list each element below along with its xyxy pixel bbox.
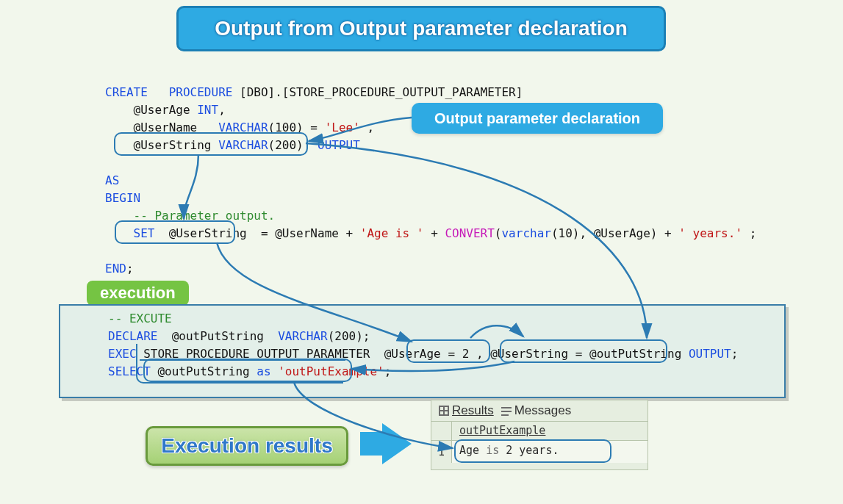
kw-varchar10: varchar <box>501 226 550 240</box>
title-text: Output from Output parameter declaration <box>215 17 628 40</box>
grid-icon <box>439 406 449 416</box>
results-tabs: Results Messages <box>431 400 648 422</box>
kw-as: AS <box>105 173 119 187</box>
exec-b: ; <box>731 347 739 361</box>
decl-b: (200); <box>328 329 370 343</box>
messages-icon <box>501 406 512 416</box>
grid-corner <box>431 422 452 441</box>
set-b: + <box>424 226 445 240</box>
str-years: ' years.' <box>678 226 742 240</box>
set-d: (10), @UserAge) + <box>551 226 678 240</box>
execution-results-text: Execution results <box>161 434 332 458</box>
title-banner: Output from Output parameter declaration <box>176 6 666 51</box>
outline-output-param <box>114 132 308 156</box>
kw-begin: BEGIN <box>105 191 140 205</box>
p1-pre: @UserAge <box>105 103 197 117</box>
outline-exec-outputstring <box>500 339 667 363</box>
set-e: ; <box>742 226 756 240</box>
str-ageis: 'Age is ' <box>360 226 424 240</box>
block-arrow-icon <box>360 423 412 464</box>
kw-declare: DECLARE <box>108 329 157 343</box>
callout-output-declaration: Output parameter declaration <box>412 103 663 134</box>
outline-set-userstring <box>115 220 235 244</box>
proc-name: [DBO].[STORE_PROCEDURE_OUTPUT_PARAMETER] <box>232 85 523 99</box>
outline-exec-select <box>143 359 352 382</box>
tab-messages[interactable]: Messages <box>501 403 571 418</box>
cmt-excute: -- EXCUTE <box>108 312 172 325</box>
fn-convert: CONVERT <box>445 226 494 240</box>
kw-exec: EXEC <box>108 347 137 361</box>
p1-suf: , <box>218 103 226 117</box>
tab-messages-label: Messages <box>514 403 571 418</box>
sel-c: ; <box>384 364 392 378</box>
kw-exec-output: OUTPUT <box>689 347 731 361</box>
blank1 <box>105 156 112 170</box>
kw-output: OUTPUT <box>318 138 360 152</box>
callout-output-declaration-text: Output parameter declaration <box>434 110 640 127</box>
tab-results-label: Results <box>452 403 494 418</box>
decl-a: @outPutString <box>157 329 278 343</box>
blank2 <box>105 244 112 258</box>
end-semi: ; <box>126 262 134 276</box>
outline-result-cell <box>454 439 611 463</box>
tab-results[interactable]: Results <box>439 403 494 418</box>
kw-create: CREATE <box>105 85 148 99</box>
outline-exec-userstring <box>406 339 490 363</box>
grid-row-header: 1 <box>431 441 452 463</box>
str-lee: 'Lee' <box>325 120 360 134</box>
tag-execution-text: execution <box>100 284 176 302</box>
kw-procedure: PROCEDURE <box>169 85 233 99</box>
kw-end: END <box>105 262 126 276</box>
execution-results-banner: Execution results <box>146 426 348 466</box>
tag-execution: execution <box>87 281 189 306</box>
p2-suf: , <box>360 120 374 134</box>
kw-int: INT <box>197 103 218 117</box>
grid-column-header: outPutExample <box>452 422 648 441</box>
kw-decl-varchar: VARCHAR <box>278 329 327 343</box>
